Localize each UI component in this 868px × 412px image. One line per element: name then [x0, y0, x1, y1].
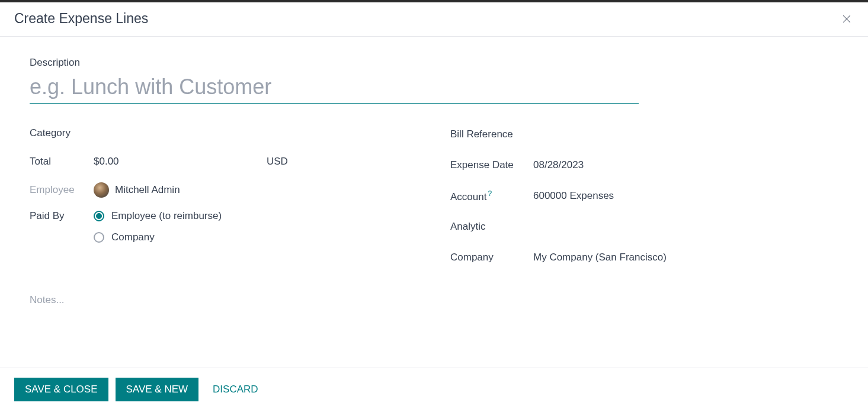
total-currency[interactable]: USD	[267, 156, 288, 168]
row-category: Category	[30, 119, 450, 147]
bill-reference-label: Bill Reference	[450, 128, 533, 140]
category-label: Category	[30, 127, 94, 139]
save-new-button[interactable]: SAVE & NEW	[116, 378, 199, 401]
row-employee: Employee Mitchell Admin	[30, 176, 450, 204]
radio-dot-icon	[94, 211, 104, 221]
modal-footer: SAVE & CLOSE SAVE & NEW DISCARD	[0, 368, 868, 412]
row-total: Total $0.00 USD	[30, 147, 450, 176]
description-input[interactable]	[30, 72, 639, 104]
radio-employee-reimburse[interactable]: Employee (to reimburse)	[94, 210, 222, 222]
row-paid-by: Paid By Employee (to reimburse) Company	[30, 204, 450, 243]
form-col-right: Bill Reference Expense Date 08/28/2023 A…	[450, 119, 838, 273]
employee-value[interactable]: Mitchell Admin	[94, 182, 180, 198]
row-expense-date: Expense Date 08/28/2023	[450, 150, 838, 181]
avatar	[94, 182, 109, 198]
modal-body: Description Category Total $0.00 USD Emp…	[0, 37, 868, 368]
company-label: Company	[450, 252, 533, 263]
expense-date-value[interactable]: 08/28/2023	[533, 159, 584, 171]
row-bill-reference: Bill Reference	[450, 119, 838, 150]
help-icon[interactable]: ?	[488, 189, 492, 198]
discard-button[interactable]: DISCARD	[206, 378, 265, 401]
create-expense-modal: Create Expense Lines Description Categor…	[0, 2, 868, 412]
modal-header: Create Expense Lines	[0, 2, 868, 37]
row-analytic: Analytic	[450, 211, 838, 242]
radio-dot-icon	[94, 232, 104, 243]
paid-by-label: Paid By	[30, 210, 94, 222]
expense-date-label: Expense Date	[450, 159, 533, 171]
form-col-left: Category Total $0.00 USD Employee Mitche…	[30, 119, 450, 273]
close-button[interactable]	[840, 12, 854, 26]
save-close-button[interactable]: SAVE & CLOSE	[14, 378, 108, 401]
employee-name: Mitchell Admin	[115, 184, 180, 196]
row-company: Company My Company (San Francisco)	[450, 242, 838, 273]
radio-company[interactable]: Company	[94, 231, 222, 243]
company-value[interactable]: My Company (San Francisco)	[533, 252, 667, 263]
close-icon	[841, 13, 853, 25]
account-label-text: Account	[450, 191, 486, 202]
analytic-label: Analytic	[450, 221, 533, 233]
total-label: Total	[30, 156, 94, 168]
paid-by-group: Employee (to reimburse) Company	[94, 210, 222, 243]
account-value[interactable]: 600000 Expenses	[533, 190, 614, 202]
modal-title: Create Expense Lines	[14, 11, 148, 27]
description-label: Description	[30, 57, 838, 69]
row-account: Account? 600000 Expenses	[450, 181, 838, 211]
notes-input[interactable]	[30, 294, 639, 318]
form-grid: Category Total $0.00 USD Employee Mitche…	[30, 119, 838, 273]
employee-label: Employee	[30, 184, 94, 196]
radio-label: Company	[111, 231, 155, 243]
account-label: Account?	[450, 189, 533, 203]
radio-label: Employee (to reimburse)	[111, 210, 222, 222]
total-amount[interactable]: $0.00	[94, 156, 261, 168]
total-value: $0.00 USD	[94, 156, 288, 168]
